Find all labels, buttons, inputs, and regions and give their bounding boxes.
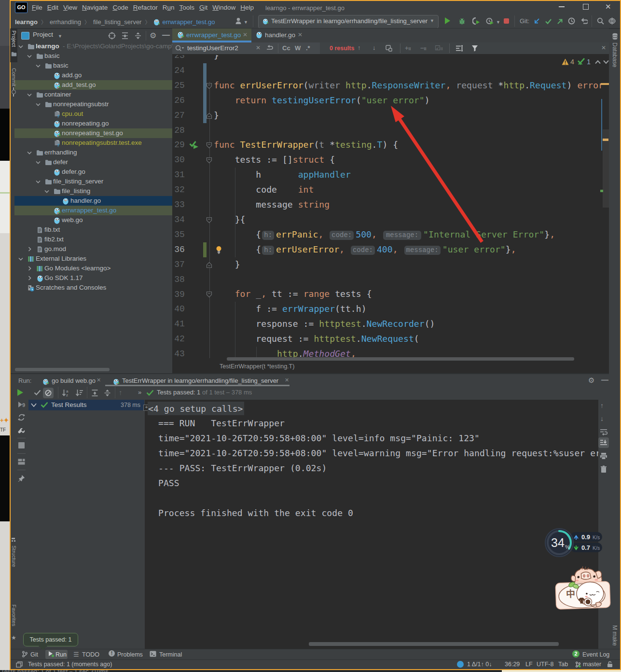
- svg-text:%: %: [565, 544, 570, 550]
- svg-text:K/s: K/s: [593, 534, 600, 540]
- svg-text:0.9: 0.9: [581, 533, 590, 541]
- svg-text:0.7: 0.7: [581, 544, 590, 551]
- svg-text:34: 34: [551, 536, 565, 549]
- svg-text:9: 9: [22, 402, 25, 408]
- svg-text:中: 中: [566, 588, 576, 600]
- svg-text:z: z: [66, 393, 68, 397]
- svg-text:K/s: K/s: [593, 545, 600, 551]
